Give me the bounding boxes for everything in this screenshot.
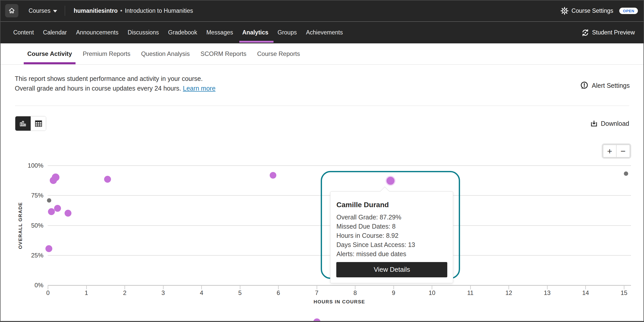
course-id: humanitiesintro [74,7,118,14]
description-line1: This report shows student performance an… [15,74,216,83]
x-tick-label: 9 [386,289,401,296]
course-nav: Content Calendar Announcements Discussio… [0,22,644,43]
tooltip-hours-in-course: Hours in Course: 8.92 [336,231,447,240]
home-button[interactable] [5,4,18,17]
student-data-point[interactable] [65,210,71,217]
selected-student-data-point[interactable] [387,177,394,185]
student-tooltip: Camille Durand Overall Grade: 87.29% Mis… [330,191,453,283]
x-tick-label: 14 [578,289,593,296]
tab-discussions[interactable]: Discussions [128,22,159,43]
student-data-point[interactable] [48,208,55,215]
course-settings-button[interactable]: Course Settings [561,7,613,15]
report-description: This report shows student performance an… [15,74,216,106]
x-tick-label: 12 [501,289,516,296]
tab-announcements[interactable]: Announcements [76,22,118,43]
x-tick-label: 7 [309,289,325,296]
view-details-button[interactable]: View Details [336,262,447,277]
course-title: Introduction to Humanities [125,7,193,14]
x-tick-label: 15 [616,289,632,296]
gridline [48,165,631,166]
subtab-question-analysis[interactable]: Question Analysis [141,43,190,64]
chart-zoom-controls: + − [602,143,631,159]
partial-data-point-bottom[interactable] [313,318,320,322]
tooltip-missed-due-dates: Missed Due Dates: 8 [336,222,447,231]
report-description-row: This report shows student performance an… [0,65,644,106]
tab-messages[interactable]: Messages [206,22,233,43]
student-data-point[interactable] [47,198,51,203]
x-tick-label: 5 [232,289,248,296]
tab-achievements[interactable]: Achievements [306,22,343,43]
download-icon [590,120,598,127]
x-tick-label: 13 [540,289,555,296]
chart-view-button[interactable] [15,116,31,131]
chart-controls-row: Download [0,116,644,131]
x-tick-mark [201,286,202,289]
subtab-course-activity[interactable]: Course Activity [27,43,72,64]
topbar-divider [65,6,65,16]
y-tick-label: 100% [10,162,43,169]
course-open-badge[interactable]: OPEN [619,8,638,14]
description-line2: Overall grade and hours in course update… [15,83,216,93]
bar-chart-icon [19,120,27,127]
alert-icon [580,81,589,90]
student-data-point[interactable] [52,174,59,181]
tab-content[interactable]: Content [13,22,34,43]
breadcrumb-separator: • [120,7,122,14]
section-divider [15,106,629,106]
x-tick-mark [86,286,87,289]
y-tick-label: 25% [10,252,43,259]
table-icon [35,120,42,127]
courses-label: Courses [29,7,51,14]
x-tick-mark [624,286,624,289]
x-tick-mark [163,286,164,289]
x-tick-mark [278,286,279,289]
y-axis-title: OVERALL GRADE [18,202,23,249]
view-toggle [15,116,46,131]
x-tick-label: 2 [117,289,132,296]
subtab-scorm-reports[interactable]: SCORM Reports [201,43,246,64]
alert-settings-button[interactable]: Alert Settings [580,80,630,91]
student-preview-button[interactable]: Student Preview [581,22,635,43]
x-tick-label: 0 [40,289,56,296]
student-data-point[interactable] [54,205,61,212]
tooltip-student-name: Camille Durand [336,201,447,209]
student-data-point[interactable] [45,245,52,252]
x-tick-mark [355,286,355,289]
student-preview-icon [581,29,589,36]
tooltip-days-since-access: Days Since Last Access: 13 [336,240,447,249]
x-tick-mark [317,286,317,289]
subtab-premium-reports[interactable]: Premium Reports [83,43,130,64]
course-settings-label: Course Settings [572,7,613,14]
learn-more-link[interactable]: Learn more [183,85,216,92]
x-tick-mark [547,286,548,289]
analytics-subtabs: Course Activity Premium Reports Question… [0,43,644,65]
tab-gradebook[interactable]: Gradebook [168,22,197,43]
x-axis-title: HOURS IN COURSE [314,299,365,305]
breadcrumb: humanitiesintro•Introduction to Humaniti… [74,7,193,14]
x-tick-label: 8 [348,289,363,296]
tooltip-overall-grade: Overall Grade: 87.29% [336,213,447,222]
x-tick-mark [432,286,432,289]
tab-analytics[interactable]: Analytics [242,22,268,43]
zoom-out-button[interactable]: − [616,145,630,157]
x-tick-label: 10 [424,289,440,296]
tab-groups[interactable]: Groups [278,22,297,43]
y-tick-label: 0% [10,282,43,289]
tooltip-alerts: Alerts: missed due dates [336,249,447,258]
y-tick-label: 50% [10,222,43,229]
student-data-point[interactable] [270,172,276,179]
zoom-in-button[interactable]: + [603,145,616,157]
subtab-course-reports[interactable]: Course Reports [257,43,300,64]
x-tick-mark [470,286,471,289]
student-data-point[interactable] [624,171,628,176]
student-data-point[interactable] [104,176,111,183]
courses-menu[interactable]: Courses [29,7,57,14]
download-button[interactable]: Download [590,120,629,127]
tab-calendar[interactable]: Calendar [43,22,67,43]
topbar-right: Course Settings OPEN [561,7,638,15]
x-tick-mark [509,286,509,289]
x-tick-label: 11 [463,289,478,296]
table-view-button[interactable] [31,116,46,131]
x-tick-mark [585,286,586,289]
x-tick-label: 6 [271,289,286,296]
